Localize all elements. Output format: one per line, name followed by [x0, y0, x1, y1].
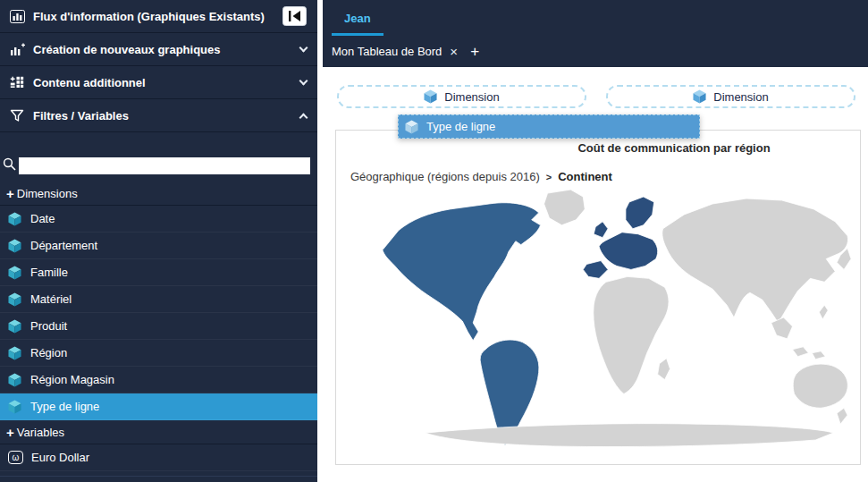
user-tab-bar: Jean [323, 0, 868, 36]
chart-title: Coût de communication par région [488, 141, 860, 155]
chart-panel: Coût de communication par région Géograp… [335, 130, 861, 465]
dimension-label: Famille [30, 266, 68, 279]
new-chart-icon [7, 43, 27, 56]
cube-icon [8, 239, 21, 253]
additional-content-icon [7, 76, 27, 89]
bar-chart-icon [7, 10, 27, 23]
main-header: Jean Mon Tableau de Bord × + [317, 0, 868, 67]
sidebar-item-famille[interactable]: Famille [0, 259, 317, 286]
breadcrumb-separator-icon: > [546, 172, 552, 182]
drag-item-label: Type de ligne [426, 120, 495, 133]
dashboard-tab-bar: Mon Tableau de Bord × + [323, 36, 868, 67]
breadcrumb: Géographique (régions depuis 2016) > Con… [350, 170, 612, 183]
sidebar-item-type-de-ligne[interactable]: Type de ligne [0, 393, 317, 420]
dimension-label: Type de ligne [30, 400, 99, 413]
dashboard-tab-label[interactable]: Mon Tableau de Bord [332, 45, 442, 58]
dimension-dropzone-1[interactable]: Dimension [337, 85, 586, 108]
sidebar-item-creation-graphiques[interactable]: Création de nouveaux graphiques [0, 33, 317, 66]
region-asia[interactable] [662, 199, 848, 323]
world-map-chart[interactable] [375, 188, 855, 454]
group-header-label: Variables [17, 426, 64, 439]
collapse-panel-button[interactable] [282, 6, 307, 26]
dropzone-row: Dimension Dimension [317, 67, 868, 108]
sidebar-item-materiel[interactable]: Matériel [0, 286, 317, 313]
sidebar-item-contenu-additionnel[interactable]: Contenu additionnel [0, 66, 317, 99]
chevron-down-icon [299, 43, 308, 52]
breadcrumb-root[interactable]: Géographique (régions depuis 2016) [350, 170, 540, 183]
cube-icon [8, 319, 21, 334]
dimension-label: Date [30, 212, 55, 225]
sidebar-item-label: Contenu additionnel [33, 76, 146, 89]
dimension-dropzone-2[interactable]: Dimension [606, 85, 855, 108]
region-europe-mainland[interactable] [599, 233, 658, 270]
sidebar-item-filtres-variables[interactable]: Filtres / Variables [0, 99, 317, 132]
search-input[interactable] [19, 157, 310, 174]
sidebar-item-flux-information[interactable]: Flux d'information (Graphiques Existants… [0, 0, 317, 33]
cube-icon [8, 346, 21, 360]
cube-icon [8, 266, 21, 280]
sidebar-item-region-magasin[interactable]: Région Magasin [0, 367, 317, 393]
dimension-label: Département [30, 239, 97, 252]
plus-icon: + [6, 426, 14, 439]
dropzone-label: Dimension [444, 90, 499, 104]
dimension-label: Matériel [30, 292, 72, 306]
variable-label: Euro Dollar [31, 451, 89, 464]
sidebar-bottom-divider [0, 476, 317, 477]
sidebar-item-label: Flux d'information (Graphiques Existants… [33, 10, 265, 23]
dragged-dimension-type-de-ligne[interactable]: Type de ligne [398, 114, 700, 139]
sidebar-item-date[interactable]: Date [0, 206, 317, 233]
region-africa[interactable] [594, 276, 669, 393]
variables-group-header[interactable]: + Variables [0, 420, 317, 444]
breadcrumb-current[interactable]: Continent [558, 170, 612, 183]
group-header-label: Dimensions [17, 187, 78, 200]
cube-icon [8, 400, 21, 414]
sidebar-item-label: Création de nouveaux graphiques [33, 43, 221, 56]
tab-jean[interactable]: Jean [332, 12, 383, 36]
dimension-label: Région Magasin [30, 373, 114, 386]
sidebar-item-departement[interactable]: Département [0, 233, 317, 259]
region-new-zealand[interactable] [837, 408, 847, 424]
region-philippines[interactable] [819, 305, 828, 319]
dropzone-label: Dimension [713, 90, 768, 104]
chevron-up-icon [299, 114, 308, 123]
sidebar-item-region[interactable]: Région [0, 340, 317, 367]
dashboard-canvas: Dimension Dimension Type de ligne Coût d… [317, 67, 868, 482]
sidebar-item-produit[interactable]: Produit [0, 313, 317, 340]
region-europe-scandinavia[interactable] [626, 197, 654, 229]
dimension-label: Produit [30, 319, 67, 333]
region-antarctica[interactable] [426, 424, 834, 447]
cube-icon [8, 292, 21, 307]
region-europe-uk[interactable] [594, 222, 608, 238]
sidebar-item-label: Filtres / Variables [33, 109, 129, 123]
search-icon [3, 157, 16, 174]
close-icon[interactable]: × [450, 44, 458, 59]
region-north-america[interactable] [383, 203, 541, 341]
search-bar [0, 132, 317, 182]
region-southeast-asia[interactable] [771, 317, 793, 339]
funnel-icon [7, 109, 27, 123]
cube-icon [8, 373, 21, 387]
cube-icon [424, 89, 437, 104]
region-greenland[interactable] [544, 190, 586, 225]
add-dashboard-button[interactable]: + [470, 43, 479, 61]
cube-icon [8, 212, 21, 226]
region-madagascar[interactable] [658, 359, 670, 380]
variable-icon: ω [8, 451, 23, 464]
dimension-label: Région [30, 346, 67, 359]
region-europe-iberia[interactable] [583, 261, 608, 279]
sidebar-item-euro-dollar[interactable]: ω Euro Dollar [0, 444, 317, 471]
chevron-down-icon [299, 76, 308, 85]
dimensions-group-header[interactable]: + Dimensions [0, 182, 317, 206]
cube-icon [693, 89, 706, 104]
region-indonesia[interactable] [793, 347, 826, 359]
tab-label: Jean [344, 12, 371, 25]
sidebar: Flux d'information (Graphiques Existants… [0, 0, 317, 482]
plus-icon: + [6, 187, 14, 200]
region-australia[interactable] [793, 364, 847, 408]
cube-icon [405, 120, 418, 134]
